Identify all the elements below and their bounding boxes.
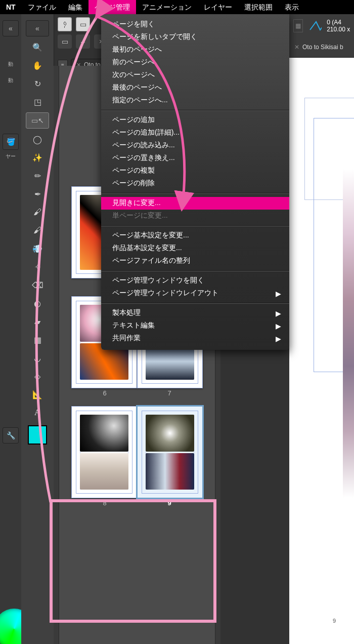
grid-icon[interactable]: ▦ <box>293 19 303 32</box>
canvas-info-bar: ▦ 0 (A4 210.00 x <box>289 14 354 37</box>
label-move: 動 <box>0 61 21 68</box>
menu-item: 単ページに変更... <box>101 210 289 222</box>
canvas-artwork <box>343 169 354 498</box>
menu-edit[interactable]: 編集 <box>62 0 88 14</box>
pencil-icon[interactable]: ✏ <box>28 168 47 183</box>
collapse-icon[interactable]: « <box>3 20 19 36</box>
menu-page-manage[interactable]: ページ管理 <box>88 0 136 14</box>
window-icon[interactable]: ▭ <box>58 34 72 49</box>
close-tab-icon[interactable]: ✕ <box>294 44 299 51</box>
menu-separator <box>101 193 289 194</box>
bucket-icon[interactable]: 🪣 <box>3 134 19 150</box>
canvas-tab-label[interactable]: Oto to Sikisai b <box>302 44 343 51</box>
menu-animation[interactable]: アニメーション <box>136 0 198 14</box>
menu-item[interactable]: 前のページへ <box>101 56 289 69</box>
tool-palette: « 🔍 ✋ ↻ ◳ ▭↖ ◯ ✨ ✏ ✒ 🖌 🖌 💨 ✧ ⌫ ◐ ▰ ▦ ◡ ◇… <box>21 14 54 644</box>
menu-item[interactable]: ページの読み込み... <box>101 139 289 152</box>
page-thumb-8[interactable] <box>71 406 137 498</box>
menu-item[interactable]: 作品基本設定を変更... <box>101 242 289 255</box>
fill-icon[interactable]: ▰ <box>28 314 47 329</box>
menu-item[interactable]: 次のページへ <box>101 69 289 82</box>
brush-icon[interactable]: 🖌 <box>28 205 47 220</box>
label-move-2: 動 <box>0 77 21 84</box>
page-manage-dropdown[interactable]: ページを開くページを新しいタブで開く最初のページへ前のページへ次のページへ最後の… <box>101 14 289 350</box>
menu-item[interactable]: ページを新しいタブで開く <box>101 31 289 44</box>
zoom-icon[interactable]: 🔍 <box>28 39 47 55</box>
menu-item[interactable]: ページファイル名の整列 <box>101 255 289 267</box>
menu-separator <box>101 303 289 304</box>
menu-item[interactable]: ページの置き換え... <box>101 152 289 165</box>
canvas-dimensions: 0 (A4 210.00 x <box>327 19 354 33</box>
menubar[interactable]: NT ファイル 編集 ページ管理 アニメーション レイヤー 選択範囲 表示 <box>0 0 354 14</box>
menu-item[interactable]: 製本処理▶ <box>101 307 289 319</box>
collapse-icon[interactable]: « <box>26 20 49 36</box>
cube-icon[interactable]: ◳ <box>28 94 47 109</box>
menu-separator <box>101 110 289 111</box>
menu-item[interactable]: ページの削除 <box>101 177 289 190</box>
page-num: 6 <box>72 389 137 397</box>
menu-item[interactable]: ページの複製 <box>101 165 289 177</box>
gradient-icon[interactable]: ▦ <box>28 332 47 347</box>
pointer-tool[interactable]: ▭↖ <box>26 112 49 129</box>
submenu-arrow-icon: ▶ <box>276 290 281 298</box>
spiral-icon[interactable]: ᠀ <box>58 17 72 31</box>
submenu-arrow-icon: ▶ <box>276 322 281 330</box>
pen-icon[interactable]: ✒ <box>28 186 47 202</box>
submenu-arrow-icon: ▶ <box>276 309 281 317</box>
menu-app[interactable]: NT <box>0 0 22 14</box>
menu-separator <box>101 270 289 271</box>
blend-icon[interactable]: ◐ <box>28 296 47 311</box>
text-icon[interactable]: A <box>28 405 47 420</box>
menu-item[interactable]: ページ管理ウィンドウレイアウト▶ <box>101 287 289 300</box>
wand-icon[interactable]: ✨ <box>28 150 47 165</box>
eraser-icon[interactable]: ⌫ <box>28 277 47 293</box>
page-num: 7 <box>137 389 202 397</box>
menu-item[interactable]: 最後のページへ <box>101 82 289 94</box>
menu-item[interactable]: 共同作業▶ <box>101 332 289 345</box>
rotate-icon[interactable]: ↻ <box>28 76 47 91</box>
menu-item[interactable]: 最初のページへ <box>101 44 289 56</box>
menu-item[interactable]: ページを開く <box>101 18 289 31</box>
menu-item[interactable]: ページ基本設定を変更... <box>101 229 289 242</box>
canvas-area[interactable]: 9 <box>289 57 354 644</box>
hand-icon[interactable]: ✋ <box>28 58 47 73</box>
menu-item[interactable]: 見開きに変更... <box>101 197 289 210</box>
ruler-icon[interactable]: 📐 <box>28 387 47 402</box>
window-icon[interactable]: ▭ <box>76 17 90 31</box>
decorate-icon[interactable]: ✧ <box>28 259 47 274</box>
menu-layer[interactable]: レイヤー <box>198 0 238 14</box>
submenu-arrow-icon: ▶ <box>276 335 281 343</box>
menu-separator <box>101 225 289 226</box>
page-thumb-9[interactable] <box>137 406 203 498</box>
label-layer: ヤー <box>0 153 21 160</box>
canvas-tab-bar: ✕ Oto to Sikisai b <box>289 37 354 58</box>
menu-view[interactable]: 表示 <box>279 0 305 14</box>
menu-item[interactable]: ページの追加 <box>101 114 289 127</box>
menu-selection[interactable]: 選択範囲 <box>238 0 279 14</box>
page-num-selected: 9 <box>137 499 202 507</box>
menu-item[interactable]: ページ管理ウィンドウを開く <box>101 274 289 287</box>
menu-item[interactable]: テキスト編集▶ <box>101 319 289 332</box>
menu-file[interactable]: ファイル <box>22 0 62 14</box>
menu-item[interactable]: ページの追加(詳細)... <box>101 127 289 139</box>
shape-icon[interactable]: ◇ <box>28 369 47 384</box>
left-tool-strip: « 動 動 🪣 ヤー 🔧 <box>0 14 22 644</box>
brush2-icon[interactable]: 🖌 <box>28 223 47 238</box>
airbrush-icon[interactable]: 💨 <box>28 241 47 256</box>
menu-item[interactable]: 指定のページへ... <box>101 94 289 107</box>
crop-icon[interactable] <box>308 20 322 32</box>
contour-icon[interactable]: ◡ <box>28 350 47 366</box>
canvas-page-number: 9 <box>333 618 336 624</box>
wrench-icon[interactable]: 🔧 <box>3 427 19 444</box>
foreground-swatch[interactable] <box>28 425 47 445</box>
minimize-icon[interactable]: – <box>76 34 90 49</box>
lasso-icon[interactable]: ◯ <box>28 132 47 147</box>
page-num: 8 <box>72 499 137 507</box>
